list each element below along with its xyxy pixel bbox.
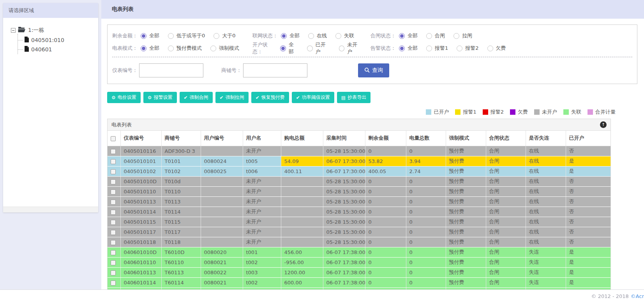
filter-radio-option[interactable]: 全部 <box>141 45 159 52</box>
table-cell: 400.11 <box>281 166 323 176</box>
table-cell: 合闸 <box>486 267 526 277</box>
table-cell: 0 <box>365 247 406 257</box>
search-icon <box>364 67 370 74</box>
table-cell: 0 <box>406 247 446 257</box>
table-cell: 合闸 <box>486 186 526 196</box>
table-row: 040501010DT010d未开户05-28 15:30:0000预付费合闸在… <box>108 176 610 186</box>
tree-node[interactable]: 040601 <box>18 45 98 54</box>
action-button[interactable]: ✔强制拉闸 <box>215 92 249 103</box>
row-checkbox[interactable] <box>111 149 116 154</box>
table-cell: 0 <box>365 207 406 217</box>
filter-radio-option[interactable]: 全部 <box>399 45 418 52</box>
table-cell: 预付费 <box>446 186 486 196</box>
action-button-label: 强制合闸 <box>190 94 208 101</box>
action-button-label: 电价设置 <box>118 94 136 101</box>
table-cell: 05-28 15:30:00 <box>323 176 365 186</box>
row-checkbox[interactable] <box>111 230 116 235</box>
row-checkbox[interactable] <box>111 240 116 245</box>
filter-radio-option[interactable]: 报警1 <box>426 45 448 52</box>
radio-option-label: 报警1 <box>435 45 448 52</box>
table-cell: 否 <box>566 186 610 196</box>
query-button[interactable]: 查询 <box>358 63 389 77</box>
tree-node-label[interactable]: 040501:010 <box>31 37 64 43</box>
row-checkbox[interactable] <box>111 280 116 286</box>
filter-radio-option[interactable]: 全部 <box>141 32 159 39</box>
legend-item: 合并计量 <box>588 109 616 116</box>
table-cell: 05-28 15:30:00 <box>323 207 365 217</box>
table-cell: 0080022 <box>201 267 243 277</box>
table-cell: 在线 <box>526 207 566 217</box>
table-cell: 否 <box>566 196 610 207</box>
filter-radio-option[interactable]: 欠费 <box>487 45 506 52</box>
row-checkbox[interactable] <box>111 189 116 195</box>
table-cell: 在线 <box>526 146 566 156</box>
filter-radio-option[interactable]: 低于或等于0 <box>168 32 205 39</box>
table-cell: T0113 <box>161 196 201 207</box>
action-button[interactable]: ⚙报警设置 <box>143 92 177 103</box>
sidebar-title: 请选择区域 <box>3 3 98 18</box>
table-row: 0405010110T0110未开户05-28 15:30:0000预付费合闸在… <box>108 186 610 196</box>
filter-radio-option[interactable]: 失联 <box>335 32 354 39</box>
checkbox-cell <box>108 156 120 166</box>
filter-radio-option[interactable]: 在线 <box>308 32 327 39</box>
radio-option-label: 全部 <box>289 41 298 55</box>
tree-root-label[interactable]: 1:一栋 <box>28 27 44 34</box>
meter-no-input[interactable] <box>139 63 203 77</box>
row-checkbox[interactable] <box>111 200 116 205</box>
row-checkbox[interactable] <box>111 210 116 215</box>
arrow-up-circle-icon[interactable] <box>600 121 607 128</box>
tree-collapse-icon[interactable] <box>11 28 16 33</box>
brand-link[interactable]: ©Acr <box>631 293 644 299</box>
table-cell: 06-07 17:38:00 <box>323 247 365 257</box>
table-cell <box>281 146 323 156</box>
filter-radio-option[interactable]: 合闸 <box>426 32 445 39</box>
query-button-label: 查询 <box>372 67 383 74</box>
radio-icon <box>335 33 341 39</box>
table-cell: T0101 <box>161 156 201 166</box>
table-cell: 是 <box>566 257 610 267</box>
row-checkbox[interactable] <box>111 169 116 174</box>
checkbox-cell <box>108 277 120 287</box>
action-button[interactable]: ⚙电价设置 <box>107 92 141 103</box>
action-button[interactable]: ✔功率阈值设置 <box>292 92 334 103</box>
filter-radio-option[interactable]: 强制模式 <box>210 45 239 52</box>
filter-radio-option[interactable]: 全部 <box>281 32 300 39</box>
filter-radio-option[interactable]: 未开户 <box>339 41 362 55</box>
action-button[interactable]: ▤抄表导出 <box>337 92 371 103</box>
row-checkbox[interactable] <box>111 179 116 184</box>
filter-radio-option[interactable]: 拉闸 <box>453 32 472 39</box>
action-button[interactable]: ✔恢复预付费 <box>251 92 289 103</box>
row-checkbox[interactable] <box>111 250 116 255</box>
tree-root-node[interactable]: 1:一栋 <box>11 26 98 34</box>
select-all-checkbox[interactable] <box>111 136 116 141</box>
legend-swatch <box>455 109 461 115</box>
filter-radio-option[interactable]: 预付费模式 <box>168 45 202 52</box>
shop-no-input[interactable] <box>243 63 307 77</box>
table-cell: t003 <box>243 267 281 277</box>
tree-node[interactable]: 040501:010 <box>18 35 98 45</box>
footer: © 2012 - 2018 ©Acr <box>0 289 644 305</box>
column-header: 合闸状态 <box>486 131 526 146</box>
table-cell: 06-07 17:38:00 <box>323 257 365 267</box>
filter-radio-option[interactable]: 全部 <box>280 41 298 55</box>
table-cell: 0 <box>365 217 406 227</box>
filter-radio-option[interactable]: 报警2 <box>457 45 478 52</box>
action-button[interactable]: ✔强制合闸 <box>180 92 213 103</box>
checkbox-cell <box>108 176 120 186</box>
table-row: 0405010102T01020080025t006400.1106-07 17… <box>108 166 610 176</box>
table-row: 0405010116ADF300-D 3未开户05-28 15:30:0000预… <box>108 146 610 156</box>
filter-radio-option[interactable]: 大于0 <box>213 32 235 39</box>
row-checkbox[interactable] <box>111 270 116 275</box>
table-row: 0405010118T0118未开户05-28 15:30:0000预付费合闸在… <box>108 237 610 247</box>
radio-icon <box>457 46 462 51</box>
row-checkbox[interactable] <box>111 220 116 225</box>
row-checkbox[interactable] <box>111 260 116 265</box>
row-checkbox[interactable] <box>111 159 116 164</box>
filter-radio-option[interactable]: 已开户 <box>307 41 330 55</box>
tree-node-label[interactable]: 040601 <box>31 46 52 53</box>
table-cell: 否 <box>566 217 610 227</box>
sidebar-horizontal-scrollbar[interactable] <box>3 207 98 212</box>
radio-option-label: 低于或等于0 <box>176 32 205 39</box>
table-cell: 预付费 <box>446 196 486 207</box>
filter-radio-option[interactable]: 全部 <box>399 32 418 39</box>
